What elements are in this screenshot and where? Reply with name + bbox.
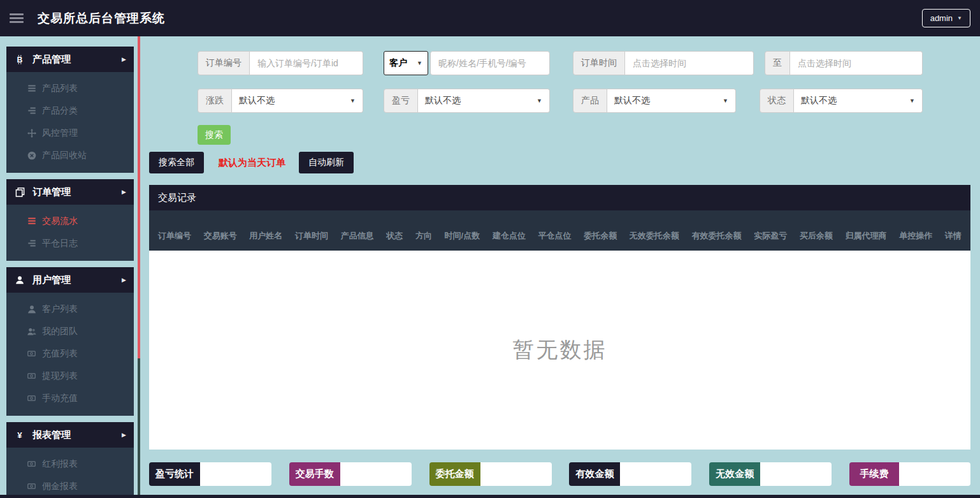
- filter-group-profit: 盈亏默认不选▼: [384, 89, 550, 113]
- sidebar-group: B产品管理▶产品列表产品分类风控管理产品回收站: [6, 47, 134, 173]
- empty-state: 暂无数据: [513, 335, 607, 365]
- filter-group-time-start: 订单时间: [573, 51, 754, 75]
- filter-select-updown[interactable]: 默认不选▼: [232, 89, 363, 113]
- sidebar-group-header[interactable]: 订单管理▶: [6, 179, 134, 205]
- column-header: 实际盈亏: [754, 230, 787, 242]
- stat-label: 有效金额: [569, 462, 620, 486]
- column-header: 委托余额: [584, 230, 617, 242]
- filter-group-product: 产品默认不选▼: [573, 89, 736, 113]
- column-header: 买后余额: [800, 230, 833, 242]
- filter-row-2: 涨跌默认不选▼盈亏默认不选▼产品默认不选▼状态默认不选▼: [149, 89, 970, 113]
- sidebar-item-product-category[interactable]: 产品分类: [6, 99, 134, 122]
- banknote-icon: [27, 349, 36, 358]
- svg-text:¥: ¥: [17, 430, 22, 440]
- filter-input-customer[interactable]: [430, 51, 550, 75]
- filter-input-time-end[interactable]: [790, 51, 923, 75]
- list-indent-icon: [27, 239, 36, 247]
- main-content: 订单编号客户▼订单时间至 涨跌默认不选▼盈亏默认不选▼产品默认不选▼状态默认不选…: [149, 36, 970, 486]
- stat-label: 交易手数: [289, 462, 340, 486]
- sidebar-item-label: 平仓日志: [42, 238, 78, 249]
- caret-down-icon: ▼: [723, 98, 728, 104]
- stats-row: 盈亏统计交易手数委托金额有效金额无效金额手续费: [149, 462, 970, 486]
- sidebar-group-header[interactable]: ¥报表管理▶: [6, 422, 134, 448]
- default-today-note: 默认为当天订单: [219, 157, 285, 169]
- sidebar-item-commission-report[interactable]: 佣金报表: [6, 475, 134, 497]
- sidebar: B产品管理▶产品列表产品分类风控管理产品回收站订单管理▶交易流水平仓日志用户管理…: [6, 47, 134, 498]
- chevron-right-icon: ▶: [122, 189, 126, 195]
- svg-text:B: B: [17, 55, 23, 64]
- sidebar-group-header[interactable]: B产品管理▶: [6, 47, 134, 72]
- filter-select-product[interactable]: 默认不选▼: [607, 89, 736, 113]
- sidebar-item-label: 产品分类: [42, 105, 78, 117]
- stat-label: 盈亏统计: [149, 462, 200, 486]
- sidebar-item-my-team[interactable]: 我的团队: [6, 320, 134, 342]
- app-header: 交易所总后台管理系统 admin ▼: [0, 0, 980, 36]
- arrows-icon: [27, 129, 36, 138]
- table-column-header: 订单编号交易账号用户姓名订单时间产品信息状态方向时间/点数建仓点位平仓点位委托余…: [149, 210, 970, 251]
- search-button[interactable]: 搜索: [198, 125, 231, 145]
- stat-trade-lots: 交易手数: [289, 462, 412, 486]
- chevron-right-icon: ▶: [122, 56, 126, 62]
- sidebar-group-label: 用户管理: [32, 274, 71, 286]
- filter-select-profit[interactable]: 默认不选▼: [418, 89, 550, 113]
- circle-x-icon: [27, 151, 36, 160]
- column-header: 有效委托余额: [692, 230, 742, 242]
- caret-down-icon: ▼: [417, 60, 422, 66]
- sidebar-item-risk-control[interactable]: 风控管理: [6, 122, 134, 144]
- admin-username: admin: [930, 13, 953, 23]
- filter-select-status[interactable]: 默认不选▼: [794, 89, 923, 113]
- stat-label: 手续费: [849, 462, 899, 486]
- sidebar-group: 用户管理▶客户列表我的团队充值列表提现列表手动充值: [6, 267, 134, 416]
- sidebar-item-bonus-report[interactable]: 红利报表: [6, 453, 134, 475]
- list-icon: [27, 84, 36, 92]
- column-header: 无效委托余额: [630, 230, 679, 242]
- caret-down-icon: ▼: [537, 98, 542, 104]
- auto-refresh-button[interactable]: 自动刷新: [299, 152, 354, 173]
- filter-input-order-no[interactable]: [250, 51, 363, 75]
- hamburger-icon[interactable]: [10, 13, 24, 23]
- sidebar-item-label: 佣金报表: [42, 481, 78, 492]
- sidebar-item-customer-list[interactable]: 客户列表: [6, 298, 134, 320]
- sidebar-item-close-log[interactable]: 平仓日志: [6, 232, 134, 254]
- filter-group-updown: 涨跌默认不选▼: [198, 89, 363, 113]
- sidebar-item-label: 红利报表: [42, 458, 78, 470]
- stat-value: [200, 462, 271, 486]
- sidebar-item-label: 客户列表: [42, 304, 78, 315]
- list-icon: [27, 217, 36, 225]
- sidebar-item-label: 手动充值: [42, 393, 78, 404]
- search-all-button[interactable]: 搜索全部: [149, 152, 204, 173]
- sidebar-item-product-recycle[interactable]: 产品回收站: [6, 144, 134, 166]
- sidebar-item-product-list[interactable]: 产品列表: [6, 77, 134, 99]
- sidebar-scrollbar-thumb[interactable]: [138, 36, 140, 358]
- column-header: 产品信息: [341, 230, 374, 242]
- filter-group-order-no: 订单编号: [198, 51, 363, 75]
- column-header: 交易账号: [204, 230, 237, 242]
- sidebar-group-label: 产品管理: [32, 54, 71, 66]
- stat-fee: 手续费: [849, 462, 970, 486]
- admin-menu-button[interactable]: admin ▼: [922, 9, 970, 27]
- sidebar-item-manual-recharge[interactable]: 手动充值: [6, 387, 134, 409]
- sidebar-item-trade-flow[interactable]: 交易流水: [6, 210, 134, 232]
- filter-group-time-end: 至: [765, 51, 923, 75]
- filter-select-customer[interactable]: 客户▼: [384, 51, 428, 75]
- banknote-icon: [27, 482, 36, 490]
- sidebar-submenu: 客户列表我的团队充值列表提现列表手动充值: [6, 293, 134, 416]
- filter-input-time-start[interactable]: [625, 51, 754, 75]
- user-icon: [27, 305, 36, 314]
- sidebar-item-recharge-list[interactable]: 充值列表: [6, 342, 134, 365]
- sidebar-item-withdraw-list[interactable]: 提现列表: [6, 365, 134, 387]
- table-title: 交易记录: [149, 185, 970, 210]
- sidebar-group-label: 报表管理: [32, 429, 71, 441]
- filter-row-1: 订单编号客户▼订单时间至: [149, 51, 970, 75]
- user-icon: [14, 275, 25, 284]
- stat-value: [620, 462, 691, 486]
- stat-profit-stat: 盈亏统计: [149, 462, 271, 486]
- sidebar-group: 订单管理▶交易流水平仓日志: [6, 179, 134, 261]
- column-header: 用户姓名: [249, 230, 282, 242]
- sidebar-group-header[interactable]: 用户管理▶: [6, 267, 134, 293]
- caret-down-icon: ▼: [350, 98, 356, 104]
- table-body: 暂无数据: [149, 251, 970, 450]
- list-indent-icon: [27, 106, 36, 115]
- stat-entrust-amount: 委托金额: [429, 462, 552, 486]
- sidebar-item-label: 交易流水: [42, 216, 78, 227]
